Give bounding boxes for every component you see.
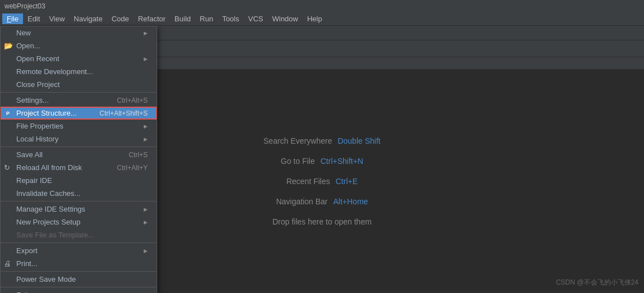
menu-item-local-history-label: Local History [16, 135, 58, 143]
menu-item-project-structure-shortcut: Ctrl+Alt+Shift+S [99, 109, 148, 117]
menu-view[interactable]: View [44, 13, 69, 24]
open-icon: 📂 [4, 42, 13, 50]
divider-3 [1, 201, 157, 202]
menu-build-label: Build [175, 15, 191, 23]
menu-item-reload-shortcut: Ctrl+Alt+Y [117, 164, 148, 172]
hint-search-label: Search Everywhere [263, 136, 332, 145]
menu-item-manage-settings-label: Manage IDE Settings [16, 205, 85, 213]
menu-help-label: Help [307, 15, 322, 23]
divider-6 [1, 287, 157, 287]
menu-item-save-template: Save File as Template... [1, 228, 157, 241]
dropdown-menu: New 📂 Open... Open Recent Remote Develop… [0, 26, 157, 293]
hint-navbar-label: Navigation Bar [276, 197, 328, 206]
menu-vcs[interactable]: VCS [244, 13, 268, 24]
menu-item-project-structure-label: Project Structure... [16, 109, 77, 117]
menu-file[interactable]: File [2, 13, 23, 24]
menu-edit-label: Edit [28, 15, 40, 23]
menu-vcs-label: VCS [248, 15, 263, 23]
hint-navbar-key: Alt+Home [333, 197, 368, 206]
menu-item-new[interactable]: New [1, 26, 157, 39]
menu-run[interactable]: Run [195, 13, 218, 24]
menu-item-new-label: New [16, 29, 31, 37]
hint-navbar: Navigation Bar Alt+Home [276, 197, 368, 206]
title-bar: webProject03 [0, 0, 644, 12]
project-structure-icon: P [4, 109, 12, 117]
menu-window[interactable]: Window [268, 13, 303, 24]
menu-build[interactable]: Build [170, 13, 195, 24]
menu-item-power-save[interactable]: Power Save Mode [1, 273, 157, 286]
menu-item-open-recent-label: Open Recent [16, 54, 60, 63]
divider-4 [1, 242, 157, 243]
menu-item-invalidate[interactable]: Invalidate Caches... [1, 187, 157, 200]
menu-view-label: View [49, 15, 65, 23]
menu-refactor[interactable]: Refactor [134, 13, 170, 24]
menu-item-invalidate-label: Invalidate Caches... [16, 189, 80, 198]
divider-1 [1, 92, 157, 93]
menu-item-power-save-label: Power Save Mode [16, 275, 76, 283]
menu-item-close-project[interactable]: Close Project [1, 78, 157, 91]
menu-item-remote-dev-label: Remote Development... [16, 67, 93, 76]
menu-item-export-label: Export [16, 246, 38, 255]
divider-5 [1, 271, 157, 272]
menu-item-local-history[interactable]: Local History [1, 132, 157, 145]
menu-item-file-properties[interactable]: File Properties [1, 120, 157, 132]
hint-goto: Go to File Ctrl+Shift+N [281, 157, 363, 166]
menu-item-settings-label: Settings... [16, 96, 49, 104]
menu-item-open-label: Open... [16, 42, 40, 50]
watermark-text: CSDN @不会飞的小飞侠24 [556, 278, 638, 286]
hint-recent: Recent Files Ctrl+E [286, 177, 358, 186]
menu-item-save-all-label: Save All [16, 150, 43, 159]
menu-code[interactable]: Code [107, 13, 134, 24]
menu-edit[interactable]: Edit [23, 13, 44, 24]
hint-drop: Drop files here to open them [272, 217, 372, 226]
app-title: webProject03 [4, 2, 45, 10]
menu-item-save-template-label: Save File as Template... [16, 231, 94, 239]
hint-recent-label: Recent Files [286, 177, 330, 186]
print-icon: 🖨 [4, 259, 11, 268]
menu-file-label: File [7, 15, 19, 23]
menu-item-print[interactable]: 🖨 Print... [1, 257, 157, 270]
divider-2 [1, 146, 157, 147]
hint-search: Search Everywhere Double Shift [263, 136, 380, 145]
hint-drop-label: Drop files here to open them [272, 217, 372, 226]
hint-goto-key: Ctrl+Shift+N [321, 157, 363, 166]
menu-help[interactable]: Help [303, 13, 327, 24]
menu-item-file-properties-label: File Properties [16, 122, 63, 130]
menu-item-project-structure[interactable]: P Project Structure... Ctrl+Alt+Shift+S [1, 107, 157, 120]
menu-item-close-project-label: Close Project [16, 80, 60, 89]
file-menu-dropdown: New 📂 Open... Open Recent Remote Develop… [0, 26, 157, 293]
watermark: CSDN @不会飞的小飞侠24 [556, 278, 638, 287]
menu-tools[interactable]: Tools [218, 13, 244, 24]
menu-refactor-label: Refactor [138, 15, 166, 23]
menu-item-exit-label: Exit [16, 291, 29, 293]
menu-item-new-projects-setup[interactable]: New Projects Setup [1, 216, 157, 228]
menu-item-reload-label: Reload All from Disk [16, 163, 82, 172]
menu-window-label: Window [272, 15, 298, 23]
menu-bar: File Edit View Navigate Code Refactor Bu… [0, 12, 644, 26]
menu-run-label: Run [200, 15, 213, 23]
hint-search-key: Double Shift [337, 136, 380, 145]
menu-item-manage-settings[interactable]: Manage IDE Settings [1, 203, 157, 216]
menu-navigate-label: Navigate [74, 15, 102, 23]
menu-item-open[interactable]: 📂 Open... [1, 39, 157, 52]
menu-item-print-label: Print... [16, 259, 38, 268]
menu-item-new-projects-setup-label: New Projects Setup [16, 218, 80, 226]
hint-goto-label: Go to File [281, 157, 315, 166]
menu-navigate[interactable]: Navigate [69, 13, 107, 24]
menu-item-repair-ide[interactable]: Repair IDE [1, 174, 157, 187]
reload-icon: ↻ [4, 163, 10, 172]
menu-item-open-recent[interactable]: Open Recent [1, 52, 157, 65]
menu-item-save-all[interactable]: Save All Ctrl+S [1, 148, 157, 161]
menu-item-export[interactable]: Export [1, 244, 157, 257]
menu-item-save-all-shortcut: Ctrl+S [129, 151, 148, 159]
menu-item-reload[interactable]: ↻ Reload All from Disk Ctrl+Alt+Y [1, 161, 157, 174]
menu-tools-label: Tools [222, 15, 239, 23]
menu-item-repair-ide-label: Repair IDE [16, 176, 52, 185]
menu-item-exit[interactable]: Exit [1, 289, 157, 293]
menu-item-settings[interactable]: Settings... Ctrl+Alt+S [1, 94, 157, 107]
menu-item-remote-dev[interactable]: Remote Development... [1, 65, 157, 78]
hint-recent-key: Ctrl+E [336, 177, 358, 186]
menu-code-label: Code [112, 15, 129, 23]
menu-item-settings-shortcut: Ctrl+Alt+S [117, 97, 148, 104]
